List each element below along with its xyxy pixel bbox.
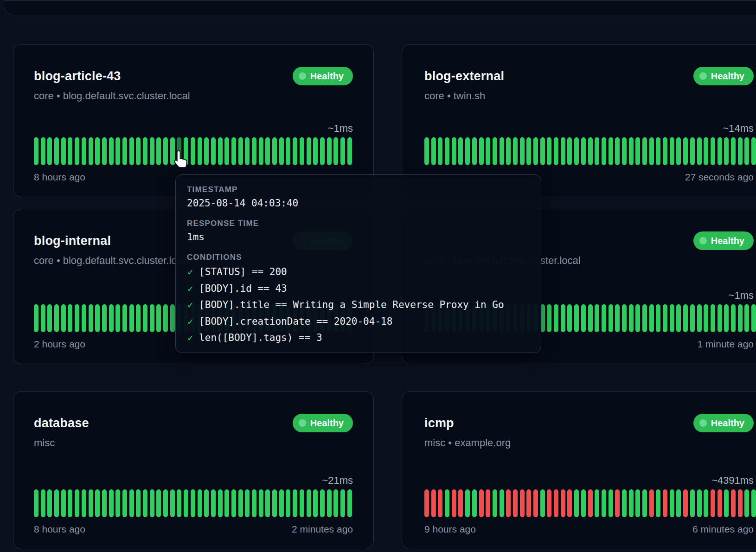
health-bar[interactable] — [191, 489, 195, 517]
health-bar[interactable] — [711, 304, 715, 332]
health-bar[interactable] — [520, 489, 525, 517]
health-bar[interactable] — [683, 489, 688, 517]
health-bar[interactable] — [561, 489, 565, 517]
health-bar[interactable] — [683, 304, 688, 332]
health-bar[interactable] — [697, 304, 702, 332]
health-bar[interactable] — [629, 304, 634, 332]
health-bar[interactable] — [265, 137, 270, 165]
health-bar[interactable] — [724, 489, 729, 517]
health-bar[interactable] — [300, 137, 304, 165]
health-bar[interactable] — [47, 304, 52, 332]
health-bar[interactable] — [136, 304, 141, 332]
health-bar[interactable] — [136, 489, 141, 517]
health-bar[interactable] — [150, 137, 154, 165]
health-bar[interactable] — [431, 137, 436, 165]
health-bar[interactable] — [47, 137, 52, 165]
health-bar[interactable] — [452, 489, 456, 517]
health-bar[interactable] — [307, 489, 311, 517]
health-bar[interactable] — [540, 137, 545, 165]
health-bar[interactable] — [663, 137, 667, 165]
health-bar[interactable] — [533, 137, 538, 165]
previous-row-card-partial[interactable] — [4, 0, 756, 15]
health-bar[interactable] — [609, 489, 613, 517]
health-bar[interactable] — [89, 489, 93, 517]
health-bar[interactable] — [34, 137, 38, 165]
health-bar[interactable] — [218, 137, 223, 165]
health-bar[interactable] — [89, 137, 93, 165]
health-bar[interactable] — [642, 304, 647, 332]
health-bar[interactable] — [602, 304, 606, 332]
health-bar[interactable] — [136, 137, 141, 165]
health-bar[interactable] — [751, 489, 756, 517]
health-bar[interactable] — [54, 137, 59, 165]
health-bar[interactable] — [663, 489, 667, 517]
health-bar[interactable] — [61, 304, 66, 332]
health-bar[interactable] — [198, 137, 202, 165]
health-bar[interactable] — [635, 304, 640, 332]
health-bar[interactable] — [479, 489, 484, 517]
health-bar[interactable] — [313, 137, 318, 165]
health-bar[interactable] — [567, 304, 572, 332]
health-bar[interactable] — [41, 137, 45, 165]
health-bar[interactable] — [622, 137, 627, 165]
health-bar[interactable] — [279, 137, 284, 165]
health-bar[interactable] — [95, 137, 100, 165]
health-bar[interactable] — [718, 489, 722, 517]
health-bar[interactable] — [75, 137, 79, 165]
health-bar[interactable] — [170, 489, 175, 517]
health-bar[interactable] — [635, 489, 640, 517]
health-bar[interactable] — [150, 489, 154, 517]
health-bar[interactable] — [711, 489, 715, 517]
health-bar[interactable] — [602, 137, 606, 165]
health-bar[interactable] — [513, 137, 518, 165]
health-bar[interactable] — [704, 489, 708, 517]
health-bar[interactable] — [738, 304, 743, 332]
health-bar[interactable] — [506, 489, 511, 517]
health-bar[interactable] — [588, 489, 593, 517]
health-bar[interactable] — [122, 137, 127, 165]
health-bar[interactable] — [259, 137, 263, 165]
health-bar[interactable] — [340, 137, 345, 165]
health-bar[interactable] — [567, 137, 572, 165]
health-bar[interactable] — [122, 489, 127, 517]
health-bar[interactable] — [252, 489, 256, 517]
health-bar[interactable] — [547, 489, 551, 517]
health-bar[interactable] — [163, 489, 168, 517]
service-card[interactable]: database Healthy misc ~21ms 8 hours ago … — [13, 391, 374, 549]
health-bar[interactable] — [102, 489, 107, 517]
health-bar[interactable] — [245, 489, 250, 517]
health-bar[interactable] — [431, 489, 436, 517]
health-bar[interactable] — [109, 304, 114, 332]
health-bar[interactable] — [683, 137, 688, 165]
health-bar[interactable] — [238, 137, 243, 165]
health-bar[interactable] — [458, 489, 463, 517]
health-bar[interactable] — [211, 489, 216, 517]
health-bar[interactable] — [547, 304, 551, 332]
health-bar[interactable] — [635, 137, 640, 165]
health-bar[interactable] — [61, 137, 66, 165]
health-bar[interactable] — [479, 137, 484, 165]
health-bar[interactable] — [184, 489, 188, 517]
health-bar[interactable] — [34, 304, 38, 332]
health-bar[interactable] — [61, 489, 66, 517]
health-bar[interactable] — [156, 137, 161, 165]
health-bar[interactable] — [642, 489, 647, 517]
health-bar[interactable] — [347, 137, 352, 165]
health-bar[interactable] — [177, 489, 181, 517]
health-bar[interactable] — [704, 137, 708, 165]
health-bar[interactable] — [204, 489, 209, 517]
health-bar[interactable] — [704, 304, 708, 332]
health-bar[interactable] — [143, 304, 147, 332]
health-bar[interactable] — [89, 304, 93, 332]
health-bar[interactable] — [109, 137, 114, 165]
health-bar[interactable] — [622, 489, 627, 517]
health-bar[interactable] — [472, 489, 477, 517]
health-bar[interactable] — [143, 489, 147, 517]
health-bar[interactable] — [191, 137, 195, 165]
health-bar[interactable] — [744, 489, 749, 517]
health-bar[interactable] — [711, 137, 715, 165]
health-bar[interactable] — [47, 489, 52, 517]
health-bar[interactable] — [82, 489, 86, 517]
health-bar[interactable] — [211, 137, 216, 165]
health-bar[interactable] — [458, 137, 463, 165]
